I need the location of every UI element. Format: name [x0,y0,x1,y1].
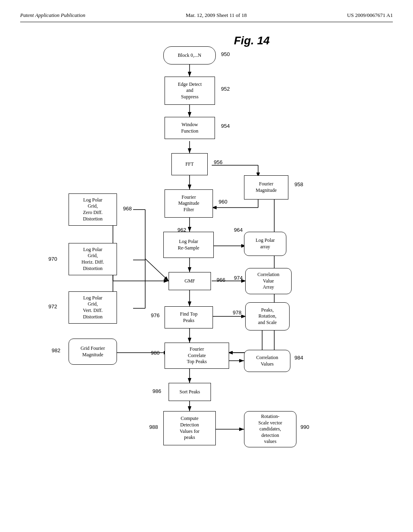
ref-968: 968 [123,206,132,212]
box-grid-fourier-mag: Grid Fourier Magnitude [69,339,117,365]
box-find-top-peaks: Find Top Peaks [165,306,213,328]
box-log-polar-vert: Log Polar Grid, Vert. Diff. Distortion [69,291,117,324]
box-fourier-mag: Fourier Magnitude [244,175,288,200]
ref-982: 982 [52,347,60,353]
box-gmf: GMF [169,272,211,290]
ref-950: 950 [221,51,230,57]
box-log-polar-resample: Log Polar Re-Sample [163,232,214,258]
ref-976: 976 [151,312,160,318]
ref-954: 954 [221,123,230,129]
ref-964: 964 [234,227,243,233]
box-edge-detect: Edge Detect and Suppress [165,77,215,105]
ref-974: 974 [234,275,243,281]
box-fourier-correlate: Fourier Correlate Top Peaks [165,343,229,369]
box-corr-values: Correlation Values [244,350,290,372]
box-log-polar-array: Log Polar array [244,232,286,256]
header-publication: Patent Application Publication [20,12,86,19]
box-fourier-mag-filter: Fourier Magnitude Filter [165,189,213,218]
box-window-function: Window Function [165,117,215,139]
ref-970: 970 [48,256,57,262]
ref-984: 984 [294,355,303,361]
fig-title: Fig. 14 [234,34,270,47]
svg-line-20 [145,259,169,281]
ref-966: 966 [217,277,225,283]
box-peaks-rot-scale: Peaks, Rotation, and Scale [245,302,290,330]
header-patent-number: US 2009/0067671 A1 [347,12,393,19]
ref-972: 972 [48,303,57,310]
diagram-area: Fig. 14 [20,30,393,514]
ref-978: 978 [233,310,242,316]
header-date-sheet: Mar. 12, 2009 Sheet 11 of 18 [186,12,246,19]
ref-956: 956 [214,159,223,165]
box-fft: FFT [171,153,208,175]
box-log-polar-horiz: Log Polar Grid, Horiz. Diff. Distortion [69,243,117,275]
box-sort-peaks: Sort Peaks [169,383,211,401]
page: Patent Application Publication Mar. 12, … [0,0,413,532]
page-header: Patent Application Publication Mar. 12, … [20,12,393,22]
ref-952: 952 [221,86,230,92]
box-corr-value-array: Correlation Value Array [245,268,292,294]
ref-990: 990 [300,424,309,430]
ref-980: 980 [151,350,160,356]
box-block0n: Block 0,...N [163,46,216,64]
box-log-polar-zero: Log Polar Grid, Zero Diff. Distortion [69,193,117,226]
box-rot-scale-vector: Rotation- Scale vector candidates, detec… [244,411,296,447]
ref-986: 986 [152,388,161,394]
box-compute-detection: Compute Detection Values for peaks [163,411,216,445]
ref-960: 960 [219,199,227,205]
ref-958: 958 [294,181,303,187]
ref-962: 962 [177,227,186,233]
ref-988: 988 [149,424,158,430]
